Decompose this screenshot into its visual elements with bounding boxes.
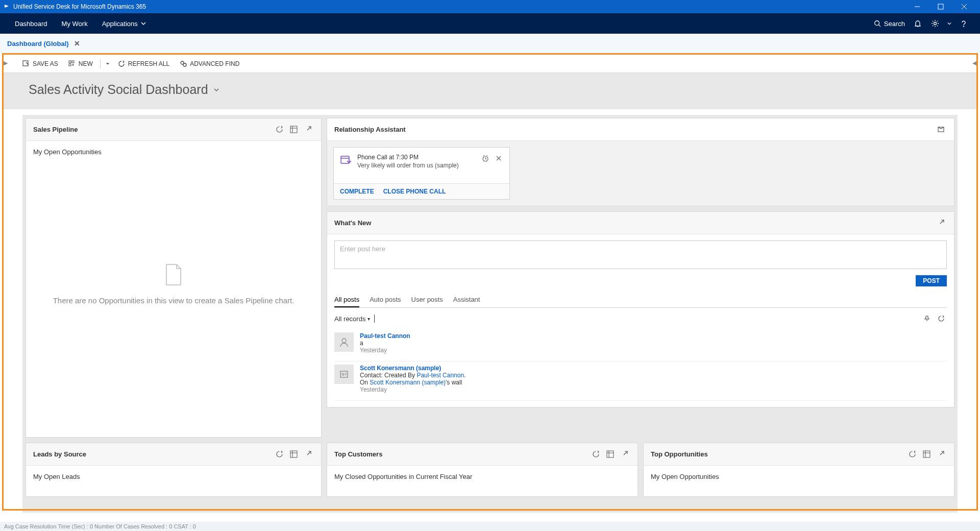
grid-icon xyxy=(923,450,930,458)
cmd-new-label: NEW xyxy=(79,60,93,67)
expand-left-panel[interactable]: ▶ xyxy=(3,57,8,69)
wn-enlarge[interactable] xyxy=(935,217,947,229)
topopp-enlarge[interactable] xyxy=(935,448,947,461)
tab-close-icon[interactable]: ✕ xyxy=(74,39,80,47)
pipeline-enlarge[interactable] xyxy=(302,124,314,136)
clock-icon xyxy=(482,155,489,162)
topopp-view-records[interactable] xyxy=(920,448,933,461)
command-bar: SAVE AS NEW REFRESH ALL ADVANCED FIND xyxy=(2,55,978,73)
dashboard-title-dropdown[interactable]: Sales Activity Social Dashboard xyxy=(29,82,951,97)
refresh-icon xyxy=(276,450,283,458)
refresh-icon xyxy=(592,450,600,458)
save-as-icon xyxy=(22,60,30,67)
cmd-save-as-label: SAVE AS xyxy=(33,60,58,67)
help-icon xyxy=(960,19,968,28)
close-icon xyxy=(495,155,502,162)
svg-point-7 xyxy=(934,22,937,25)
tab-dashboard-global[interactable]: Dashboard (Global) ✕ xyxy=(7,39,80,47)
wn-post-button[interactable]: POST xyxy=(916,275,947,286)
wn-post-time: Yesterday xyxy=(360,347,410,354)
grid-icon xyxy=(290,450,298,458)
svg-point-34 xyxy=(342,339,346,343)
caret-down-icon xyxy=(106,62,110,66)
nav-dashboard[interactable]: Dashboard xyxy=(8,13,55,34)
leads-enlarge[interactable] xyxy=(302,448,314,461)
topcust-refresh[interactable] xyxy=(590,448,602,461)
wn-tab-user[interactable]: User posts xyxy=(411,293,443,307)
wn-post-item: Paul-test Cannon a Yesterday xyxy=(334,329,947,361)
grid-icon xyxy=(290,126,298,133)
wn-post-time: Yesterday xyxy=(360,386,465,393)
svg-point-4 xyxy=(875,21,879,26)
cmd-refresh-all[interactable]: REFRESH ALL xyxy=(113,55,175,73)
wn-tab-auto[interactable]: Auto posts xyxy=(370,293,401,307)
ra-dismiss[interactable] xyxy=(494,154,503,163)
window-maximize-button[interactable] xyxy=(929,0,952,13)
window-minimize-button[interactable] xyxy=(905,0,929,13)
svg-line-27 xyxy=(485,159,486,159)
ra-close-call-link[interactable]: CLOSE PHONE CALL xyxy=(383,188,446,195)
advanced-find-icon xyxy=(180,60,187,67)
topcust-enlarge[interactable] xyxy=(618,448,630,461)
window-close-button[interactable] xyxy=(952,0,976,13)
pipeline-empty-text: There are no Opportunities in this view … xyxy=(53,296,295,305)
wn-post-input[interactable] xyxy=(334,240,947,269)
sales-pipeline-panel: Sales Pipeline My Open Opportunities The… xyxy=(26,118,322,438)
wn-pin[interactable] xyxy=(921,313,933,324)
topcust-subtitle: My Closed Opportunities in Current Fisca… xyxy=(327,466,638,496)
cmd-new[interactable]: NEW xyxy=(63,55,98,73)
assistant-settings-icon xyxy=(937,126,945,133)
wn-tabs: All posts Auto posts User posts Assistan… xyxy=(334,293,947,308)
wn-post-link[interactable]: Paul-test Cannon xyxy=(416,372,464,379)
caret-down-icon: ▾ xyxy=(368,316,370,322)
text-cursor xyxy=(374,315,375,323)
pipeline-subtitle: My Open Opportunities xyxy=(33,148,314,156)
pipeline-view-records[interactable] xyxy=(287,124,300,136)
nav-notifications[interactable] xyxy=(909,13,926,34)
wn-post-link[interactable]: Scott Konersmann (sample) xyxy=(370,379,446,386)
cmd-new-dropdown[interactable] xyxy=(103,55,113,73)
chevron-down-icon xyxy=(947,21,951,26)
wn-refresh[interactable] xyxy=(936,313,947,324)
nav-search[interactable]: Search xyxy=(870,20,909,28)
ra-settings[interactable] xyxy=(935,124,947,136)
wn-post-author[interactable]: Paul-test Cannon xyxy=(360,332,410,340)
pipeline-refresh[interactable] xyxy=(273,124,285,136)
phone-call-icon xyxy=(340,154,352,166)
nav-help[interactable] xyxy=(955,13,972,34)
cmd-advanced-find[interactable]: ADVANCED FIND xyxy=(175,55,244,73)
svg-rect-47 xyxy=(923,451,930,457)
leads-refresh[interactable] xyxy=(273,448,285,461)
dashboard-body[interactable]: Sales Pipeline My Open Opportunities The… xyxy=(22,115,958,513)
expand-right-panel[interactable]: ◀ xyxy=(972,57,977,69)
wn-tab-assistant[interactable]: Assistant xyxy=(453,293,480,307)
wn-title: What's New xyxy=(334,219,933,227)
ra-snooze[interactable] xyxy=(481,154,490,163)
svg-rect-1 xyxy=(938,4,943,9)
ra-card: Phone Call at 7:30 PM Very likely will o… xyxy=(333,147,510,200)
wn-post-author[interactable]: Scott Konersmann (sample) xyxy=(360,365,441,372)
nav-applications[interactable]: Applications xyxy=(95,13,153,34)
status-text: Avg Case Resolution Time (Sec) : 0 Numbe… xyxy=(4,523,196,529)
expand-icon xyxy=(304,126,312,133)
wn-tab-all[interactable]: All posts xyxy=(334,293,359,307)
ra-complete-link[interactable]: COMPLETE xyxy=(340,188,374,195)
ra-card-desc: Very likely will order from us (sample) xyxy=(357,162,481,169)
ra-title: Relationship Assistant xyxy=(334,126,933,133)
svg-rect-12 xyxy=(69,64,71,66)
wn-filter-dropdown[interactable]: All records ▾ xyxy=(334,315,370,323)
cmd-save-as[interactable]: SAVE AS xyxy=(17,55,63,73)
leads-view-records[interactable] xyxy=(287,448,300,461)
wn-filter-label: All records xyxy=(334,315,365,323)
wn-post-text: 's wall xyxy=(446,379,462,386)
nav-mywork[interactable]: My Work xyxy=(55,13,95,34)
wn-posts-list[interactable]: Paul-test Cannon a Yesterday Scott Koner… xyxy=(334,329,947,401)
expand-icon xyxy=(621,450,628,458)
topcust-view-records[interactable] xyxy=(604,448,616,461)
nav-settings-dropdown[interactable] xyxy=(944,13,955,34)
svg-line-32 xyxy=(940,220,944,224)
pin-icon xyxy=(923,315,930,322)
nav-settings[interactable] xyxy=(926,13,944,34)
topopp-refresh[interactable] xyxy=(906,448,918,461)
dashboard-title: Sales Activity Social Dashboard xyxy=(29,82,208,97)
